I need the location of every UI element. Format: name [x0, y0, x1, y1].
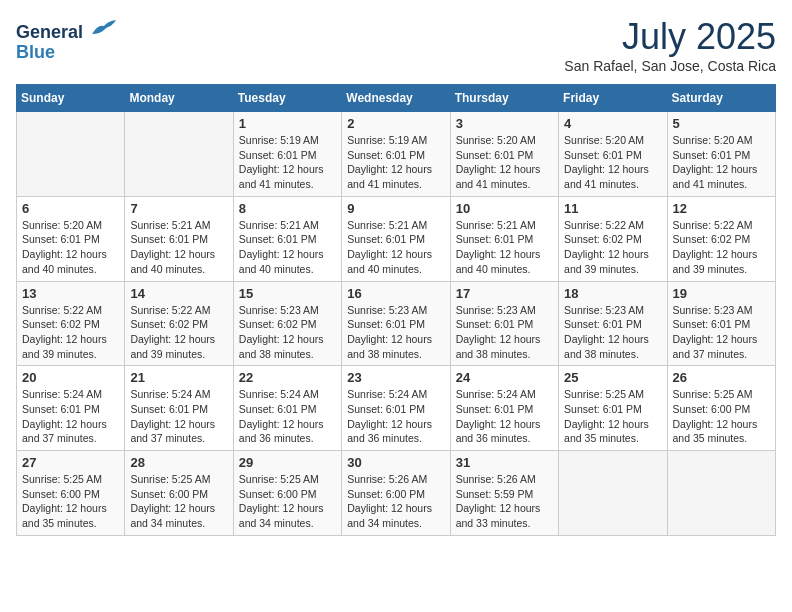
weekday-header-monday: Monday [125, 85, 233, 112]
calendar-cell: 17Sunrise: 5:23 AM Sunset: 6:01 PM Dayli… [450, 281, 558, 366]
calendar-cell: 15Sunrise: 5:23 AM Sunset: 6:02 PM Dayli… [233, 281, 341, 366]
day-info: Sunrise: 5:24 AM Sunset: 6:01 PM Dayligh… [347, 387, 444, 446]
calendar-cell: 24Sunrise: 5:24 AM Sunset: 6:01 PM Dayli… [450, 366, 558, 451]
day-number: 8 [239, 201, 336, 216]
day-number: 12 [673, 201, 770, 216]
day-number: 30 [347, 455, 444, 470]
weekday-header-thursday: Thursday [450, 85, 558, 112]
calendar-cell: 7Sunrise: 5:21 AM Sunset: 6:01 PM Daylig… [125, 196, 233, 281]
calendar-cell: 27Sunrise: 5:25 AM Sunset: 6:00 PM Dayli… [17, 451, 125, 536]
calendar-week-row: 1Sunrise: 5:19 AM Sunset: 6:01 PM Daylig… [17, 112, 776, 197]
calendar-cell: 28Sunrise: 5:25 AM Sunset: 6:00 PM Dayli… [125, 451, 233, 536]
day-info: Sunrise: 5:24 AM Sunset: 6:01 PM Dayligh… [130, 387, 227, 446]
day-info: Sunrise: 5:20 AM Sunset: 6:01 PM Dayligh… [564, 133, 661, 192]
calendar-week-row: 20Sunrise: 5:24 AM Sunset: 6:01 PM Dayli… [17, 366, 776, 451]
logo-blue: Blue [16, 43, 118, 61]
calendar-cell: 26Sunrise: 5:25 AM Sunset: 6:00 PM Dayli… [667, 366, 775, 451]
weekday-header-friday: Friday [559, 85, 667, 112]
day-number: 16 [347, 286, 444, 301]
day-info: Sunrise: 5:23 AM Sunset: 6:02 PM Dayligh… [239, 303, 336, 362]
calendar-cell: 13Sunrise: 5:22 AM Sunset: 6:02 PM Dayli… [17, 281, 125, 366]
day-number: 25 [564, 370, 661, 385]
day-number: 20 [22, 370, 119, 385]
day-info: Sunrise: 5:25 AM Sunset: 6:00 PM Dayligh… [22, 472, 119, 531]
calendar-cell: 16Sunrise: 5:23 AM Sunset: 6:01 PM Dayli… [342, 281, 450, 366]
calendar-cell: 8Sunrise: 5:21 AM Sunset: 6:01 PM Daylig… [233, 196, 341, 281]
day-number: 6 [22, 201, 119, 216]
calendar-cell: 4Sunrise: 5:20 AM Sunset: 6:01 PM Daylig… [559, 112, 667, 197]
day-info: Sunrise: 5:22 AM Sunset: 6:02 PM Dayligh… [673, 218, 770, 277]
calendar-cell: 10Sunrise: 5:21 AM Sunset: 6:01 PM Dayli… [450, 196, 558, 281]
calendar-cell: 20Sunrise: 5:24 AM Sunset: 6:01 PM Dayli… [17, 366, 125, 451]
calendar-cell: 11Sunrise: 5:22 AM Sunset: 6:02 PM Dayli… [559, 196, 667, 281]
calendar-cell [125, 112, 233, 197]
day-number: 22 [239, 370, 336, 385]
logo-text: General [16, 16, 118, 43]
day-info: Sunrise: 5:22 AM Sunset: 6:02 PM Dayligh… [564, 218, 661, 277]
day-number: 2 [347, 116, 444, 131]
day-number: 29 [239, 455, 336, 470]
calendar-week-row: 27Sunrise: 5:25 AM Sunset: 6:00 PM Dayli… [17, 451, 776, 536]
day-number: 10 [456, 201, 553, 216]
calendar-cell [17, 112, 125, 197]
weekday-header-row: SundayMondayTuesdayWednesdayThursdayFrid… [17, 85, 776, 112]
day-number: 15 [239, 286, 336, 301]
day-info: Sunrise: 5:25 AM Sunset: 6:00 PM Dayligh… [673, 387, 770, 446]
calendar-week-row: 6Sunrise: 5:20 AM Sunset: 6:01 PM Daylig… [17, 196, 776, 281]
calendar-cell: 19Sunrise: 5:23 AM Sunset: 6:01 PM Dayli… [667, 281, 775, 366]
day-info: Sunrise: 5:26 AM Sunset: 5:59 PM Dayligh… [456, 472, 553, 531]
calendar-cell: 12Sunrise: 5:22 AM Sunset: 6:02 PM Dayli… [667, 196, 775, 281]
day-info: Sunrise: 5:23 AM Sunset: 6:01 PM Dayligh… [456, 303, 553, 362]
page-header: General Blue July 2025 San Rafael, San J… [16, 16, 776, 74]
logo: General Blue [16, 16, 118, 61]
calendar-cell: 22Sunrise: 5:24 AM Sunset: 6:01 PM Dayli… [233, 366, 341, 451]
day-number: 21 [130, 370, 227, 385]
day-info: Sunrise: 5:19 AM Sunset: 6:01 PM Dayligh… [347, 133, 444, 192]
day-number: 4 [564, 116, 661, 131]
day-number: 17 [456, 286, 553, 301]
day-number: 14 [130, 286, 227, 301]
day-number: 27 [22, 455, 119, 470]
calendar-week-row: 13Sunrise: 5:22 AM Sunset: 6:02 PM Dayli… [17, 281, 776, 366]
day-number: 11 [564, 201, 661, 216]
day-info: Sunrise: 5:19 AM Sunset: 6:01 PM Dayligh… [239, 133, 336, 192]
calendar-cell: 3Sunrise: 5:20 AM Sunset: 6:01 PM Daylig… [450, 112, 558, 197]
calendar-cell: 30Sunrise: 5:26 AM Sunset: 6:00 PM Dayli… [342, 451, 450, 536]
calendar-table: SundayMondayTuesdayWednesdayThursdayFrid… [16, 84, 776, 536]
location: San Rafael, San Jose, Costa Rica [564, 58, 776, 74]
calendar-cell: 29Sunrise: 5:25 AM Sunset: 6:00 PM Dayli… [233, 451, 341, 536]
day-number: 23 [347, 370, 444, 385]
calendar-cell: 9Sunrise: 5:21 AM Sunset: 6:01 PM Daylig… [342, 196, 450, 281]
weekday-header-tuesday: Tuesday [233, 85, 341, 112]
day-info: Sunrise: 5:20 AM Sunset: 6:01 PM Dayligh… [673, 133, 770, 192]
day-info: Sunrise: 5:24 AM Sunset: 6:01 PM Dayligh… [239, 387, 336, 446]
weekday-header-wednesday: Wednesday [342, 85, 450, 112]
day-number: 24 [456, 370, 553, 385]
day-info: Sunrise: 5:21 AM Sunset: 6:01 PM Dayligh… [130, 218, 227, 277]
calendar-cell [667, 451, 775, 536]
calendar-cell: 18Sunrise: 5:23 AM Sunset: 6:01 PM Dayli… [559, 281, 667, 366]
day-info: Sunrise: 5:23 AM Sunset: 6:01 PM Dayligh… [564, 303, 661, 362]
day-info: Sunrise: 5:20 AM Sunset: 6:01 PM Dayligh… [456, 133, 553, 192]
day-info: Sunrise: 5:21 AM Sunset: 6:01 PM Dayligh… [239, 218, 336, 277]
calendar-cell: 6Sunrise: 5:20 AM Sunset: 6:01 PM Daylig… [17, 196, 125, 281]
day-info: Sunrise: 5:26 AM Sunset: 6:00 PM Dayligh… [347, 472, 444, 531]
day-number: 28 [130, 455, 227, 470]
logo-bird-icon [90, 16, 118, 38]
calendar-cell: 23Sunrise: 5:24 AM Sunset: 6:01 PM Dayli… [342, 366, 450, 451]
day-info: Sunrise: 5:25 AM Sunset: 6:01 PM Dayligh… [564, 387, 661, 446]
day-info: Sunrise: 5:25 AM Sunset: 6:00 PM Dayligh… [130, 472, 227, 531]
day-number: 26 [673, 370, 770, 385]
day-number: 1 [239, 116, 336, 131]
day-number: 31 [456, 455, 553, 470]
day-number: 7 [130, 201, 227, 216]
day-number: 3 [456, 116, 553, 131]
calendar-cell: 2Sunrise: 5:19 AM Sunset: 6:01 PM Daylig… [342, 112, 450, 197]
day-info: Sunrise: 5:24 AM Sunset: 6:01 PM Dayligh… [456, 387, 553, 446]
calendar-cell: 5Sunrise: 5:20 AM Sunset: 6:01 PM Daylig… [667, 112, 775, 197]
calendar-cell: 21Sunrise: 5:24 AM Sunset: 6:01 PM Dayli… [125, 366, 233, 451]
day-info: Sunrise: 5:23 AM Sunset: 6:01 PM Dayligh… [347, 303, 444, 362]
day-number: 13 [22, 286, 119, 301]
calendar-cell [559, 451, 667, 536]
calendar-cell: 25Sunrise: 5:25 AM Sunset: 6:01 PM Dayli… [559, 366, 667, 451]
